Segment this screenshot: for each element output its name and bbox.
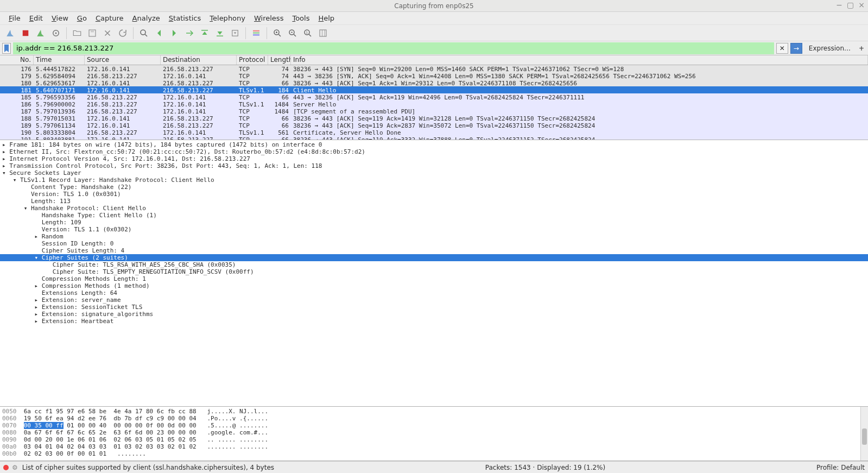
column-header-info[interactable]: Info — [291, 55, 868, 65]
menu-help[interactable]: Help — [314, 12, 339, 24]
details-row[interactable]: ▸ Transmission Control Protocol, Src Por… — [0, 162, 868, 169]
details-row[interactable]: Cipher Suite: TLS_EMPTY_RENEGOTIATION_IN… — [0, 268, 868, 275]
menu-wireless[interactable]: Wireless — [250, 12, 288, 24]
menu-analyze[interactable]: Analyze — [128, 12, 164, 24]
close-file-button[interactable] — [100, 26, 115, 40]
close-icon[interactable]: × — [858, 1, 865, 9]
details-row[interactable]: Extensions Length: 64 — [0, 289, 868, 297]
details-row[interactable]: ▾ Cipher Suites (2 suites) — [0, 254, 868, 261]
packet-bytes-pane[interactable]: 0050 6a cc f1 95 97 e6 58 be 4e 4a 17 80… — [0, 407, 868, 461]
packet-row[interactable]: 1765.444517822172.16.0.141216.58.213.227… — [0, 65, 868, 72]
menu-file[interactable]: File — [4, 12, 25, 24]
scrollbar-thumb[interactable] — [862, 428, 867, 445]
maximize-icon[interactable]: ▢ — [847, 1, 854, 9]
details-row[interactable]: Cipher Suite: TLS_RSA_WITH_AES_256_CBC_S… — [0, 261, 868, 268]
details-row[interactable]: Length: 109 — [0, 219, 868, 226]
menu-go[interactable]: Go — [73, 12, 91, 24]
capture-file-properties-icon[interactable]: ⚙ — [12, 464, 18, 471]
clear-filter-button[interactable]: ✕ — [776, 43, 788, 54]
details-row[interactable]: ▾ Handshake Protocol: Client Hello — [0, 205, 868, 212]
packet-row[interactable]: 1805.629653617172.16.0.141216.58.213.227… — [0, 79, 868, 86]
details-row[interactable]: ▸ Extension: SessionTicket TLS — [0, 304, 868, 311]
column-header-no[interactable]: No. — [0, 55, 34, 65]
hex-row[interactable]: 0080 0a 67 6f 6f 67 6c 65 2e 63 6f 6d 00… — [2, 429, 866, 436]
menu-telephony[interactable]: Telephony — [205, 12, 250, 24]
menu-edit[interactable]: Edit — [25, 12, 47, 24]
filter-expression-button[interactable]: Expression… — [804, 45, 855, 52]
column-header-time[interactable]: Time — [34, 55, 85, 65]
packet-row[interactable]: 1815.640707171172.16.0.141216.58.213.227… — [0, 86, 868, 93]
menu-statistics[interactable]: Statistics — [164, 12, 205, 24]
display-filter-input[interactable] — [13, 42, 774, 54]
packet-row[interactable]: 1855.796593356216.58.213.227172.16.0.141… — [0, 93, 868, 100]
packet-list-body[interactable]: 1765.444517822172.16.0.141216.58.213.227… — [0, 65, 868, 140]
hex-row[interactable]: 0050 6a cc f1 95 97 e6 58 be 4e 4a 17 80… — [2, 408, 866, 415]
hex-row[interactable]: 00b0 02 02 03 00 0f 00 01 01 ........ — [2, 450, 866, 457]
go-back-button[interactable] — [152, 26, 166, 40]
zoom-out-button[interactable] — [286, 26, 300, 40]
go-last-button[interactable] — [213, 26, 227, 40]
add-filter-button[interactable]: + — [857, 45, 866, 52]
details-row[interactable]: ▸ Extension: Heartbeat — [0, 318, 868, 325]
capture-options-button[interactable] — [49, 26, 63, 40]
details-row[interactable]: ▸ Extension: signature_algorithms — [0, 311, 868, 318]
go-to-packet-button[interactable] — [182, 26, 197, 40]
details-row[interactable]: ▸ Ethernet II, Src: Flextron_cc:50:72 (0… — [0, 148, 868, 155]
details-row[interactable]: ▸ Frame 181: 184 bytes on wire (1472 bit… — [0, 141, 868, 148]
bookmark-filter-icon[interactable] — [2, 43, 11, 54]
packet-row[interactable]: 1875.797013936216.58.213.227172.16.0.141… — [0, 108, 868, 115]
details-row[interactable]: ▸ Random — [0, 233, 868, 240]
packet-row[interactable]: 1885.797015031172.16.0.141216.58.213.227… — [0, 115, 868, 122]
column-header-protocol[interactable]: Protocol — [237, 55, 268, 65]
apply-filter-button[interactable]: → — [790, 43, 802, 54]
zoom-reset-button[interactable]: 1 — [301, 26, 315, 40]
column-header-length[interactable]: Length — [268, 55, 291, 65]
packet-row[interactable]: 1915.803403881172.16.0.141216.58.213.227… — [0, 136, 868, 140]
packet-details-pane[interactable]: ▸ Frame 181: 184 bytes on wire (1472 bit… — [0, 140, 868, 407]
details-row[interactable]: Compression Methods Length: 1 — [0, 275, 868, 282]
auto-scroll-button[interactable] — [228, 26, 242, 40]
status-profile[interactable]: Profile: Default — [816, 464, 865, 471]
find-button[interactable] — [137, 26, 151, 40]
packet-row[interactable]: 1905.803333804216.58.213.227172.16.0.141… — [0, 129, 868, 136]
details-row[interactable]: ▸ Compression Methods (1 method) — [0, 282, 868, 289]
stop-capture-button[interactable] — [18, 26, 33, 40]
menu-capture[interactable]: Capture — [91, 12, 128, 24]
details-row[interactable]: Version: TLS 1.0 (0x0301) — [0, 191, 868, 198]
menu-view[interactable]: View — [47, 12, 73, 24]
details-row[interactable]: ▸ Extension: server_name — [0, 297, 868, 304]
details-row[interactable]: Session ID Length: 0 — [0, 240, 868, 247]
packet-row[interactable]: 1895.797061134172.16.0.141216.58.213.227… — [0, 122, 868, 129]
zoom-in-button[interactable] — [270, 26, 284, 40]
details-row[interactable]: Version: TLS 1.1 (0x0302) — [0, 226, 868, 233]
open-file-button[interactable] — [70, 26, 84, 40]
details-row[interactable]: Handshake Type: Client Hello (1) — [0, 212, 868, 219]
hex-row[interactable]: 0070 00 35 00 ff 01 00 00 40 00 00 00 0f… — [2, 422, 866, 429]
hex-row[interactable]: 0060 19 50 6f ea 94 d2 ee 76 db 7b df c9… — [2, 415, 866, 422]
hex-row[interactable]: 00a0 03 04 01 04 02 04 03 03 01 03 02 03… — [2, 443, 866, 450]
colorize-button[interactable] — [249, 26, 263, 40]
column-header-destination[interactable]: Destination — [161, 55, 237, 65]
minimize-icon[interactable]: − — [836, 1, 842, 9]
packet-row[interactable]: 1795.629584094216.58.213.227172.16.0.141… — [0, 72, 868, 79]
go-forward-button[interactable] — [167, 26, 181, 40]
restart-capture-button[interactable] — [34, 26, 48, 40]
details-row[interactable]: ▾ Secure Sockets Layer — [0, 169, 868, 176]
resize-columns-button[interactable] — [316, 26, 330, 40]
details-row[interactable]: Content Type: Handshake (22) — [0, 184, 868, 191]
save-file-button[interactable] — [85, 26, 99, 40]
go-first-button[interactable] — [198, 26, 212, 40]
menu-tools[interactable]: Tools — [288, 12, 314, 24]
details-row[interactable]: ▸ Internet Protocol Version 4, Src: 172.… — [0, 155, 868, 162]
details-row[interactable]: Length: 113 — [0, 198, 868, 205]
column-header-source[interactable]: Source — [85, 55, 161, 65]
details-row[interactable]: Cipher Suites Length: 4 — [0, 247, 868, 254]
reload-button[interactable] — [116, 26, 130, 40]
shark-fin-icon[interactable] — [3, 26, 17, 40]
hex-scrollbar[interactable] — [860, 407, 868, 461]
packet-row[interactable]: 1865.796900002216.58.213.227172.16.0.141… — [0, 100, 868, 108]
expert-info-icon[interactable] — [3, 465, 9, 470]
details-row[interactable]: ▾ TLSv1.1 Record Layer: Handshake Protoc… — [0, 176, 868, 184]
hex-row[interactable]: 0090 0d 00 20 00 1e 06 01 06 02 06 03 05… — [2, 436, 866, 443]
status-packets: Packets: 1543 · Displayed: 19 (1.2%) — [274, 464, 816, 471]
